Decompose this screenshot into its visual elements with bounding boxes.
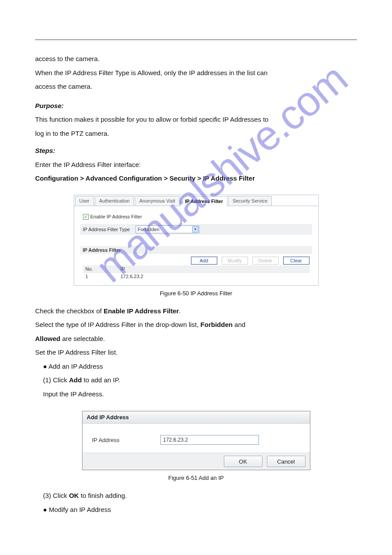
checkmark-icon: ✓ [84,214,88,219]
purpose-text-2: log in to the PTZ camera. [35,128,357,139]
filter-type-value: Forbidden [138,227,160,232]
intro-line-1: access to the camera. [35,53,357,65]
tab-ip-address-filter[interactable]: IP Address Filter [180,196,227,206]
enable-filter-row: ✓ Enable IP Address Filter [83,214,309,220]
substep-3: (3) Click OK to finish adding. [43,490,357,501]
add-ip-dialog: Add IP Address IP Address 172.6.23.2 OK … [82,411,310,470]
bullet-modify-ip: ● Modify an IP Address [43,504,357,515]
panel-body: ✓ Enable IP Address Filter IP Address Fi… [74,206,318,285]
ip-filter-panel: User Authentication Anonymous Visit IP A… [74,195,319,286]
modify-button[interactable]: Modify [222,257,248,265]
delete-button[interactable]: Delete [252,257,279,265]
tabs-row: User Authentication Anonymous Visit IP A… [74,195,318,206]
intro-line-2: When the IP Address Filter Type is Allow… [35,67,357,79]
purpose-label: Purpose: [35,102,64,109]
chevron-down-icon: ▾ [192,226,198,232]
step-3a: Select the type of IP Address Filter in … [35,319,357,330]
enable-filter-label: Enable IP Address Filter [90,214,142,219]
tab-user[interactable]: User [75,196,94,206]
table-row[interactable]: 1 172.6.23.2 [83,272,309,280]
step-4: Set the IP Address Filter list. [35,347,357,358]
bullet-add-ip: ● Add an IP Address [43,361,357,372]
filter-section-header: IP Address Filter [80,246,312,254]
cell-no: 1 [86,274,121,279]
tab-security-service[interactable]: Security Service [228,196,272,206]
tab-anonymous-visit[interactable]: Anonymous Visit [135,196,180,206]
substep-1: (1) Click Add to add an IP. [43,374,357,386]
step-1-path: Configuration > Advanced Configuration >… [35,173,357,184]
add-button[interactable]: Add [191,257,217,265]
step-1: Enter the IP Address Filter interface: [35,159,357,170]
column-ip: IP [121,266,307,272]
filter-type-label: IP Address Filter Type [83,227,136,232]
button-row: Add Modify Delete Clear [83,257,309,265]
column-no: No. [86,266,121,272]
filter-section-label: IP Address Filter [83,247,121,253]
filter-type-row: IP Address Filter Type Forbidden ▾ [80,224,312,235]
dialog-body: IP Address 172.6.23.2 [83,424,310,453]
filter-type-select[interactable]: Forbidden ▾ [136,225,199,233]
purpose-text-1: This function makes it possible for you … [35,114,357,125]
figure-2-caption: Figure 6-51 Add an IP [35,475,357,481]
header-rule [35,40,357,40]
ok-button[interactable]: OK [224,456,263,467]
substep-2: Input the IP Adreess. [43,388,357,400]
figure-1-caption: Figure 6-50 IP Address Filter [35,290,357,297]
tab-authentication[interactable]: Authentication [95,196,134,206]
enable-filter-checkbox[interactable]: ✓ [83,214,89,220]
dialog-title: Add IP Address [83,411,310,424]
ip-address-label: IP Address [92,437,160,443]
table-header: No. IP [83,265,309,272]
intro-line-3: access the camera. [35,81,357,92]
cancel-button[interactable]: Cancel [267,456,306,467]
ip-address-input[interactable]: 172.6.23.2 [160,435,259,445]
steps-label: Steps: [35,147,55,154]
step-3b: Allowed are selectable. [35,333,357,345]
clear-button[interactable]: Clear [283,257,309,265]
cell-ip: 172.6.23.2 [121,274,307,279]
step-2: Check the checkbox of Enable IP Address … [35,305,357,317]
dialog-footer: OK Cancel [83,453,310,470]
